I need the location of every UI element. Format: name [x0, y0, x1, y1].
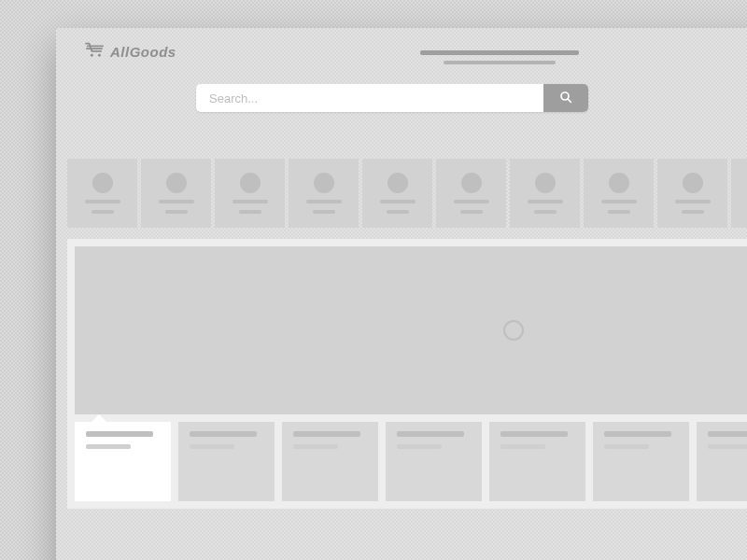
cart-icon [84, 41, 105, 62]
category-sub-placeholder [92, 210, 114, 214]
category-card[interactable] [584, 159, 654, 228]
category-sub-placeholder [682, 210, 704, 214]
category-label-placeholder [601, 200, 637, 203]
category-card[interactable] [141, 159, 211, 228]
category-icon [535, 173, 556, 193]
product-card[interactable] [178, 422, 275, 501]
category-strip [67, 159, 747, 228]
category-icon [388, 173, 408, 193]
category-sub-placeholder [460, 210, 483, 214]
product-row [75, 422, 747, 501]
product-title-placeholder [397, 431, 464, 437]
category-card[interactable] [362, 159, 432, 228]
product-sub-placeholder [397, 444, 442, 449]
search-button[interactable] [543, 84, 588, 112]
category-sub-placeholder [608, 210, 630, 214]
product-card[interactable] [697, 422, 747, 501]
svg-point-0 [91, 54, 93, 57]
product-sub-placeholder [708, 444, 747, 449]
product-title-placeholder [190, 431, 257, 437]
product-card[interactable] [75, 422, 171, 501]
app-window: AllGoods [56, 28, 747, 560]
category-sub-placeholder [165, 210, 188, 214]
product-title-placeholder [604, 431, 671, 437]
category-card[interactable] [510, 159, 580, 228]
hero-banner[interactable] [75, 246, 747, 414]
image-placeholder-icon [503, 320, 524, 341]
svg-point-1 [98, 54, 101, 57]
product-title-placeholder [86, 431, 153, 437]
search-icon [558, 90, 573, 107]
category-icon [92, 173, 113, 193]
svg-line-3 [568, 99, 571, 102]
product-sub-placeholder [190, 444, 234, 449]
product-sub-placeholder [500, 444, 545, 449]
product-sub-placeholder [293, 444, 338, 449]
content-frame [67, 239, 747, 509]
category-label-placeholder [528, 200, 563, 203]
product-card[interactable] [386, 422, 482, 501]
category-icon [683, 173, 703, 193]
category-icon [314, 173, 334, 193]
brand-name: AllGoods [110, 44, 176, 60]
category-label-placeholder [306, 200, 342, 203]
search-input[interactable] [196, 84, 543, 112]
category-card[interactable] [215, 159, 285, 228]
product-card[interactable] [282, 422, 378, 501]
product-sub-placeholder [86, 444, 131, 449]
category-card[interactable] [731, 159, 747, 228]
category-label-placeholder [380, 200, 416, 203]
category-icon [609, 173, 629, 193]
category-icon [166, 173, 187, 193]
category-icon [461, 173, 482, 193]
category-label-placeholder [159, 200, 194, 203]
category-label-placeholder [454, 200, 489, 203]
search-bar [196, 84, 588, 112]
product-title-placeholder [500, 431, 568, 437]
product-sub-placeholder [604, 444, 649, 449]
category-card[interactable] [67, 159, 137, 228]
product-title-placeholder [293, 431, 360, 437]
category-sub-placeholder [239, 210, 261, 214]
category-sub-placeholder [534, 210, 557, 214]
product-card[interactable] [593, 422, 689, 501]
header-tagline-placeholder [420, 50, 579, 64]
category-label-placeholder [85, 200, 120, 203]
category-label-placeholder [675, 200, 711, 203]
category-sub-placeholder [313, 210, 335, 214]
category-icon [240, 173, 261, 193]
brand-logo[interactable]: AllGoods [84, 41, 176, 62]
category-card[interactable] [657, 159, 727, 228]
category-card[interactable] [289, 159, 359, 228]
product-card[interactable] [489, 422, 585, 501]
category-label-placeholder [233, 200, 268, 203]
category-card[interactable] [436, 159, 506, 228]
product-title-placeholder [708, 431, 747, 437]
category-sub-placeholder [387, 210, 409, 214]
